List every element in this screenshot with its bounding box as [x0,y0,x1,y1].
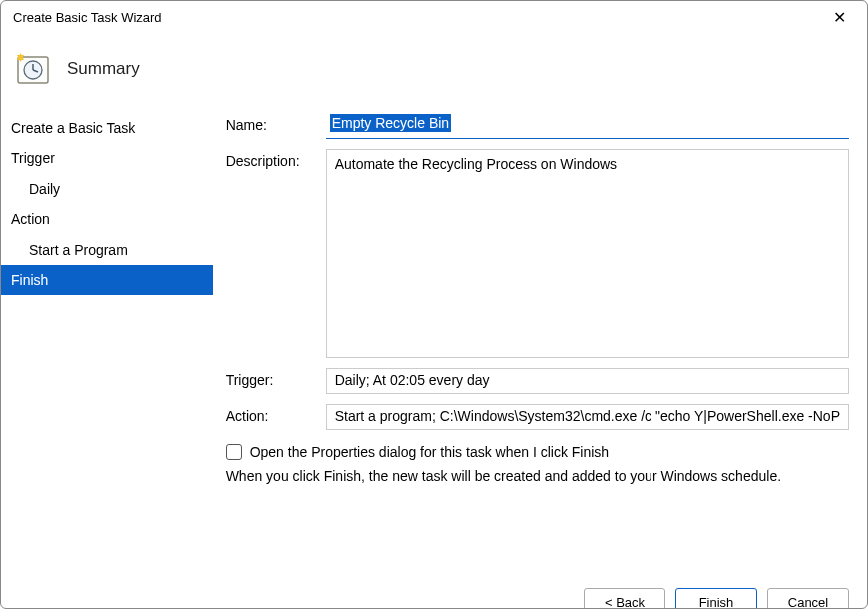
description-label: Description: [226,149,326,169]
trigger-label: Trigger: [226,368,326,388]
sidebar-item-trigger[interactable]: Trigger [1,143,213,173]
action-label: Action: [226,404,326,424]
name-label: Name: [226,113,326,133]
titlebar: Create Basic Task Wizard ✕ [1,1,867,33]
sidebar-item-create-a-basic-task[interactable]: Create a Basic Task [1,113,213,143]
back-button[interactable]: < Back [584,588,665,609]
cancel-button[interactable]: Cancel [767,588,849,609]
name-value-selected: Empty Recycle Bin [330,114,451,132]
wizard-sidebar: Create a Basic TaskTriggerDailyActionSta… [1,109,213,578]
finish-button[interactable]: Finish [675,588,757,609]
sidebar-item-start-a-program[interactable]: Start a Program [1,235,213,265]
clock-icon [15,51,51,87]
name-input[interactable]: Empty Recycle Bin [326,113,849,139]
window-title: Create Basic Task Wizard [13,10,162,25]
button-bar: < Back Finish Cancel [1,578,867,609]
summary-form: Name: Empty Recycle Bin Description: Aut… [213,109,867,578]
wizard-header: Summary [1,33,867,109]
action-value: Start a program; C:\Windows\System32\cmd… [326,404,849,430]
sidebar-item-finish[interactable]: Finish [1,265,213,295]
close-icon[interactable]: ✕ [823,8,855,27]
checkbox-label: Open the Properties dialog for this task… [250,444,610,460]
description-textarea[interactable]: Automate the Recycling Process on Window… [326,149,849,358]
trigger-value: Daily; At 02:05 every day [326,368,849,394]
sidebar-item-daily[interactable]: Daily [1,174,213,204]
sidebar-item-action[interactable]: Action [1,204,213,234]
open-properties-checkbox[interactable] [226,444,242,460]
description-value: Automate the Recycling Process on Window… [335,156,617,172]
page-title: Summary [67,59,140,79]
finish-note: When you click Finish, the new task will… [226,468,849,484]
